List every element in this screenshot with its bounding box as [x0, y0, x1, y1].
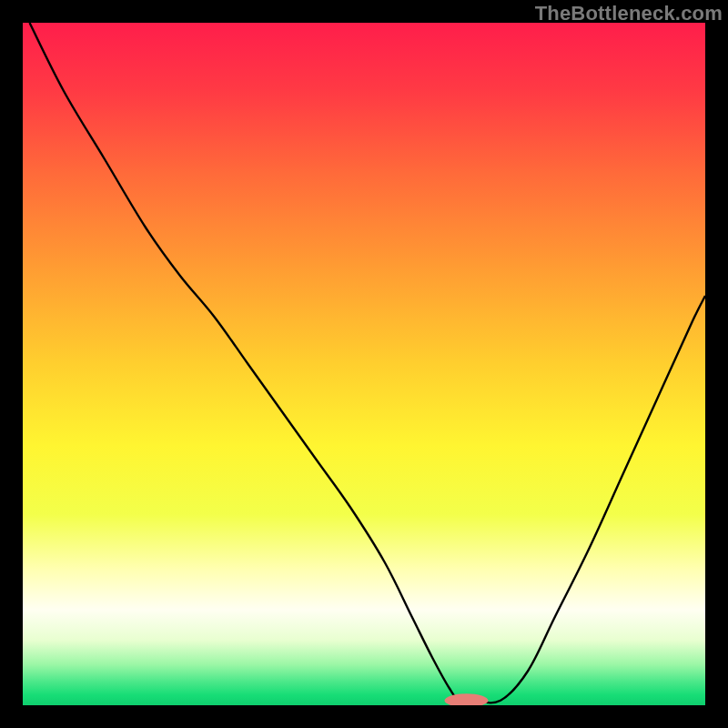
- chart-container: TheBottleneck.com: [0, 0, 728, 728]
- plot-area: [23, 23, 705, 705]
- gradient-background: [23, 23, 705, 705]
- bottleneck-chart: [23, 23, 705, 705]
